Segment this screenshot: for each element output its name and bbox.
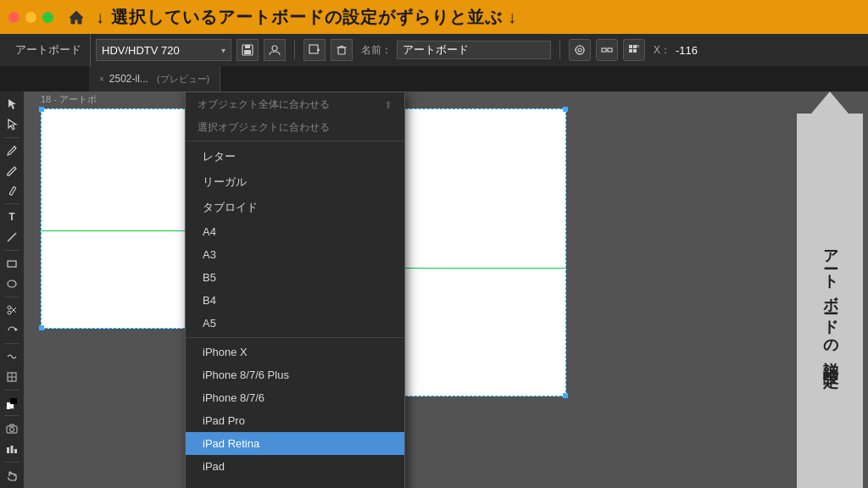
svg-rect-23 bbox=[633, 45, 637, 48]
camera-tool[interactable] bbox=[2, 419, 22, 438]
svg-rect-20 bbox=[608, 48, 612, 52]
svg-rect-41 bbox=[10, 398, 17, 404]
document-tab[interactable]: × 2502-il... (プレビュー) bbox=[89, 66, 220, 92]
arrange-icon[interactable] bbox=[596, 39, 618, 61]
preset-b5[interactable]: B5 bbox=[186, 266, 404, 289]
svg-point-27 bbox=[14, 146, 15, 147]
minimize-button[interactable] bbox=[25, 12, 36, 23]
dropdown-divider-2 bbox=[186, 337, 404, 338]
tab-preview: (プレビュー) bbox=[157, 73, 209, 86]
line-tool[interactable] bbox=[2, 228, 22, 247]
preset-a5[interactable]: A5 bbox=[186, 312, 404, 335]
preset-more[interactable]: ... bbox=[186, 478, 404, 488]
rect-tool[interactable] bbox=[2, 254, 22, 273]
maximize-button[interactable] bbox=[42, 12, 53, 23]
svg-rect-19 bbox=[602, 48, 606, 52]
preset-iphone-876[interactable]: iPhone 8/7/6 bbox=[186, 386, 404, 409]
main-area: T bbox=[0, 92, 868, 488]
pencil-tool[interactable] bbox=[2, 182, 22, 201]
svg-rect-2 bbox=[245, 45, 250, 48]
canvas-area[interactable]: 18 - アートボ オブジェクト全体に合わせる ⬆ bbox=[24, 92, 868, 488]
hand-tool[interactable] bbox=[2, 466, 22, 485]
preset-letter[interactable]: レター bbox=[186, 144, 404, 169]
artboard-1-frame bbox=[41, 108, 193, 329]
menu-divider bbox=[294, 41, 295, 59]
svg-rect-5 bbox=[309, 45, 318, 53]
preset-legal[interactable]: リーガル bbox=[186, 169, 404, 195]
svg-rect-8 bbox=[338, 47, 345, 54]
preset-b4[interactable]: B4 bbox=[186, 289, 404, 312]
svg-rect-42 bbox=[7, 407, 10, 409]
home-icon[interactable] bbox=[64, 4, 89, 30]
color-swatch[interactable] bbox=[2, 394, 22, 413]
tool-separator-2 bbox=[4, 203, 19, 204]
corner-handle[interactable] bbox=[563, 393, 568, 398]
tab-bar: × 2502-il... (プレビュー) bbox=[0, 66, 868, 92]
tool-separator-7 bbox=[4, 415, 19, 416]
select-tool[interactable] bbox=[2, 95, 22, 114]
artboard-1[interactable]: 18 - アートボ bbox=[41, 108, 193, 329]
callout-body: アートボードの詳細設定 bbox=[797, 114, 863, 488]
dropdown-divider bbox=[186, 141, 404, 141]
svg-point-31 bbox=[8, 280, 16, 287]
grid-tool[interactable] bbox=[2, 368, 22, 386]
grid-icon[interactable] bbox=[623, 39, 645, 61]
preset-dropdown[interactable]: HDV/HDTV 720 ▾ bbox=[96, 39, 231, 61]
direct-select-tool[interactable] bbox=[2, 115, 22, 134]
preset-value: HDV/HDTV 720 bbox=[102, 44, 180, 57]
artboard-label: アートボード bbox=[7, 34, 91, 66]
right-callout: アートボードの詳細設定 bbox=[792, 92, 868, 488]
scissors-tool[interactable] bbox=[2, 301, 22, 319]
ellipse-tool[interactable] bbox=[2, 274, 22, 293]
preset-a4[interactable]: A4 bbox=[186, 220, 404, 243]
title-bar: ↓ 選択しているアートボードの設定がずらりと並ぶ ↓ bbox=[0, 0, 868, 34]
corner-handle[interactable] bbox=[563, 107, 568, 112]
save-icon[interactable] bbox=[236, 39, 259, 61]
window-controls bbox=[8, 12, 53, 23]
tool-separator-4 bbox=[4, 297, 19, 297]
preset-a3[interactable]: A3 bbox=[186, 243, 404, 266]
left-toolbar: T bbox=[0, 92, 24, 488]
svg-rect-48 bbox=[14, 449, 17, 453]
brush-tool[interactable] bbox=[2, 162, 22, 180]
svg-rect-26 bbox=[637, 45, 639, 47]
warp-tool[interactable] bbox=[2, 347, 22, 366]
x-coord-label: X： bbox=[654, 43, 670, 58]
preset-ipad-pro[interactable]: iPad Pro bbox=[186, 409, 404, 432]
svg-rect-22 bbox=[629, 45, 632, 48]
callout-arrow-icon bbox=[811, 92, 849, 114]
tab-close-icon[interactable]: × bbox=[99, 75, 104, 84]
x-coord-value: -116 bbox=[676, 44, 698, 57]
pen-tool[interactable] bbox=[2, 141, 22, 160]
preset-dropdown-menu: オブジェクト全体に合わせる ⬆ 選択オブジェクトに合わせる レター リーガル タ… bbox=[185, 92, 405, 488]
menu-bar: アートボード HDV/HDTV 720 ▾ bbox=[0, 34, 868, 66]
fit-all-option[interactable]: オブジェクト全体に合わせる ⬆ bbox=[186, 92, 404, 115]
svg-marker-36 bbox=[15, 328, 18, 331]
add-artboard-icon[interactable] bbox=[303, 39, 326, 61]
tool-separator-8 bbox=[4, 462, 19, 463]
rotate-tool[interactable] bbox=[2, 321, 22, 340]
svg-rect-3 bbox=[244, 50, 251, 54]
preset-iphone-x[interactable]: iPhone X bbox=[186, 341, 404, 363]
target-icon[interactable] bbox=[569, 39, 591, 61]
text-tool[interactable]: T bbox=[2, 208, 22, 226]
guide-line bbox=[42, 230, 192, 231]
corner-handle[interactable] bbox=[39, 107, 44, 112]
preset-ipad[interactable]: iPad bbox=[186, 455, 404, 478]
tool-separator-5 bbox=[4, 343, 19, 344]
close-button[interactable] bbox=[8, 12, 19, 23]
chart-tool[interactable] bbox=[2, 440, 22, 458]
user-icon[interactable] bbox=[264, 39, 286, 61]
tool-separator-6 bbox=[4, 390, 19, 391]
corner-handle[interactable] bbox=[39, 325, 44, 330]
artboard-name-input[interactable] bbox=[397, 41, 551, 59]
tab-name: 2502-il... bbox=[109, 73, 148, 85]
preset-ipad-retina[interactable]: iPad Retina bbox=[186, 432, 404, 455]
svg-point-33 bbox=[8, 306, 11, 309]
fit-selected-option[interactable]: 選択オブジェクトに合わせる bbox=[186, 115, 404, 138]
delete-icon[interactable] bbox=[331, 39, 353, 61]
menu-divider-2 bbox=[559, 41, 560, 59]
preset-tabloid[interactable]: タブロイド bbox=[186, 195, 404, 220]
preset-iphone-876plus[interactable]: iPhone 8/7/6 Plus bbox=[186, 363, 404, 386]
callout-text: アートボードの詳細設定 bbox=[821, 239, 839, 363]
